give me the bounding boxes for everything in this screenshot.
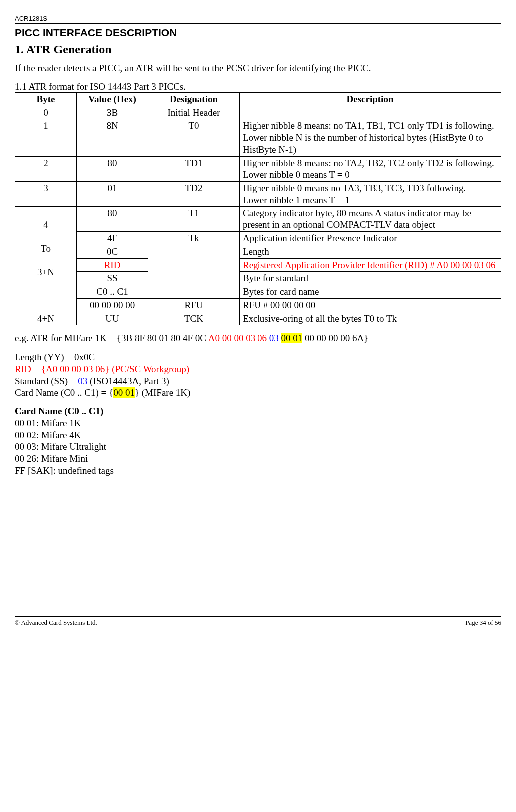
table-row: 00 00 00 00 RFU RFU # 00 00 00 00 [15,298,501,312]
table-header-row: Byte Value (Hex) Designation Description [15,92,501,106]
list-item: 00 26: Mifare Mini [15,453,501,465]
intro-paragraph: If the reader detects a PICC, an ATR wil… [15,62,501,74]
cell-value-rid: RID [77,258,148,272]
cell-designation: T1 [148,206,240,232]
list-item: 00 02: Mifare 4K [15,429,501,441]
cell-description: RFU # 00 00 00 00 [240,298,501,312]
cell-designation-tk: Tk [148,232,240,299]
cell-description: Higher nibble 8 means: no TA2, TB2, TC2 … [240,156,501,182]
cell-designation: TD2 [148,182,240,207]
cell-value: 0C [77,245,148,258]
cell-value: 01 [77,182,148,207]
cell-value: 80 [77,156,148,182]
table-row: SS Byte for standard [15,272,501,285]
cell-value: SS [77,272,148,285]
cell-designation: T0 [148,119,240,156]
list-item: 00 01: Mifare 1K [15,417,501,429]
cell-description: Application identifier Presence Indicato… [240,232,501,245]
section-heading: 1. ATR Generation [15,43,501,56]
table-row: 1 8N T0 Higher nibble 8 means: no TA1, T… [15,119,501,156]
cell-description: Higher nibble 8 means: no TA1, TB1, TC1 … [240,119,501,156]
cell-designation: TD1 [148,156,240,182]
page-footer: © Advanced Card Systems Ltd. Page 34 of … [15,616,501,627]
cell-description: Exclusive-oring of all the bytes T0 to T… [240,312,501,325]
atr-table: Byte Value (Hex) Designation Description… [15,92,501,326]
cell-description: Higher nibble 0 means no TA3, TB3, TC3, … [240,182,501,207]
definitions-block: Length (YY) = 0x0C RID = {A0 00 00 03 06… [15,351,501,399]
cell-value: 80 [77,206,148,232]
table-row: 0 3B Initial Header [15,106,501,119]
cell-byte-group: 4 To 3+N [15,206,77,312]
example-atr: e.g. ATR for MIFare 1K = {3B 8F 80 01 80… [15,332,501,344]
def-standard: Standard (SS) = 03 (ISO14443A, Part 3) [15,375,501,387]
cell-description-rid: Registered Application Provider Identifi… [240,258,501,272]
cell-value: 4F [77,232,148,245]
cell-byte: 4+N [15,312,77,325]
cell-designation: RFU [148,298,240,312]
table-row: RID Registered Application Provider Iden… [15,258,501,272]
def-rid: RID = {A0 00 00 03 06} (PC/SC Workgroup) [15,363,501,375]
th-value: Value (Hex) [77,92,148,106]
table-row: 4+N UU TCK Exclusive-oring of all the by… [15,312,501,325]
th-designation: Designation [148,92,240,106]
def-cardname: Card Name (C0 .. C1) = {00 01} (MIFare 1… [15,387,501,399]
table-row: 3 01 TD2 Higher nibble 0 means no TA3, T… [15,182,501,207]
table-row: 0C Length [15,245,501,258]
cardname-title: Card Name (C0 .. C1) [15,406,501,417]
picc-heading: PICC INTERFACE DESCRIPTION [15,27,501,39]
footer-right: Page 34 of 56 [465,619,501,627]
cell-description: Bytes for card name [240,285,501,299]
table-row: 4 To 3+N 80 T1 Category indicator byte, … [15,206,501,232]
table-row: C0 .. C1 Bytes for card name [15,285,501,299]
top-rule [15,23,501,24]
list-item: 00 03: Mifare Ultralight [15,441,501,453]
table-row: 4F Tk Application identifier Presence In… [15,232,501,245]
cell-byte: 2 [15,156,77,182]
footer-left: © Advanced Card Systems Ltd. [15,619,97,627]
list-item: FF [SAK]: undefined tags [15,465,501,477]
cell-byte: 1 [15,119,77,156]
cell-value: UU [77,312,148,325]
cell-byte: 0 [15,106,77,119]
table-caption: 1.1 ATR format for ISO 14443 Part 3 PICC… [15,81,501,92]
cell-description: Length [240,245,501,258]
cell-value: C0 .. C1 [77,285,148,299]
def-length: Length (YY) = 0x0C [15,351,501,363]
table-row: 2 80 TD1 Higher nibble 8 means: no TA2, … [15,156,501,182]
cardname-list: Card Name (C0 .. C1) 00 01: Mifare 1K 00… [15,406,501,477]
th-description: Description [240,92,501,106]
cell-designation: TCK [148,312,240,325]
cell-description: Category indicator byte, 80 means A stat… [240,206,501,232]
cell-value: 8N [77,119,148,156]
th-byte: Byte [15,92,77,106]
cell-description: Byte for standard [240,272,501,285]
cell-value: 00 00 00 00 [77,298,148,312]
cell-value: 3B [77,106,148,119]
cell-description [240,106,501,119]
doc-header: ACR1281S [15,15,501,22]
cell-designation: Initial Header [148,106,240,119]
cell-byte: 3 [15,182,77,207]
